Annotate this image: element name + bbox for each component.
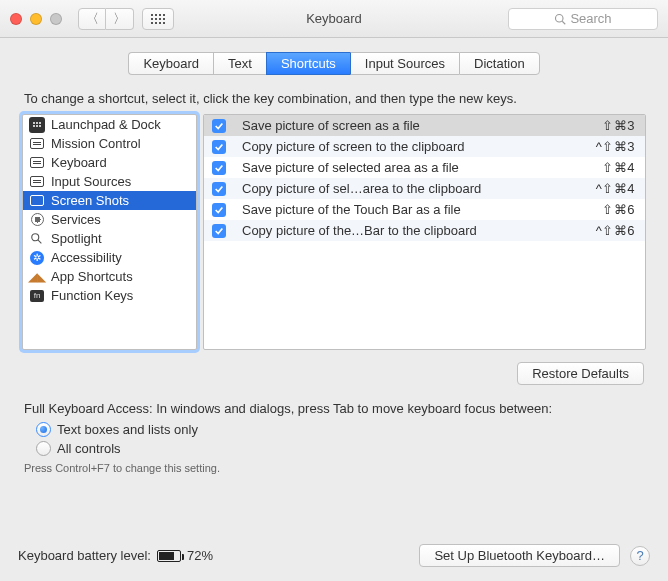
category-app-shortcuts[interactable]: ◢◣ App Shortcuts: [23, 267, 196, 286]
shortcut-row[interactable]: Copy picture of the…Bar to the clipboard…: [204, 220, 645, 241]
tab-dictation[interactable]: Dictation: [459, 52, 540, 75]
shortcut-checkbox[interactable]: [212, 119, 226, 133]
radio-label: All controls: [57, 441, 121, 456]
shortcut-keys[interactable]: ⇧⌘6: [602, 202, 635, 217]
content: Keyboard Text Shortcuts Input Sources Di…: [0, 38, 668, 484]
screen-shots-icon: [29, 193, 45, 209]
shortcut-row[interactable]: Save picture of selected area as a file …: [204, 157, 645, 178]
battery-percent: 72%: [187, 548, 213, 563]
window-controls: [10, 13, 62, 25]
shortcut-label: Copy picture of the…Bar to the clipboard: [236, 223, 596, 238]
shortcut-label: Save picture of the Touch Bar as a file: [236, 202, 602, 217]
close-window-button[interactable]: [10, 13, 22, 25]
category-label: Function Keys: [51, 288, 133, 303]
accessibility-icon: ✲: [29, 250, 45, 266]
category-accessibility[interactable]: ✲ Accessibility: [23, 248, 196, 267]
shortcut-row[interactable]: Save picture of screen as a file ⇧⌘3: [204, 115, 645, 136]
shortcut-row[interactable]: Save picture of the Touch Bar as a file …: [204, 199, 645, 220]
tab-input-sources[interactable]: Input Sources: [350, 52, 459, 75]
search-input[interactable]: Search: [508, 8, 658, 30]
category-function-keys[interactable]: fn Function Keys: [23, 286, 196, 305]
titlebar: 〈 〉 Keyboard Search: [0, 0, 668, 38]
function-keys-icon: fn: [29, 288, 45, 304]
shortcut-label: Copy picture of sel…area to the clipboar…: [236, 181, 596, 196]
category-mission-control[interactable]: Mission Control: [23, 134, 196, 153]
radio-text-boxes-only[interactable]: Text boxes and lists only: [36, 422, 650, 437]
shortcut-hint-text: Press Control+F7 to change this setting.: [24, 462, 644, 474]
category-label: Keyboard: [51, 155, 107, 170]
shortcut-checkbox[interactable]: [212, 224, 226, 238]
setup-bluetooth-keyboard-button[interactable]: Set Up Bluetooth Keyboard…: [419, 544, 620, 567]
category-spotlight[interactable]: Spotlight: [23, 229, 196, 248]
category-keyboard[interactable]: Keyboard: [23, 153, 196, 172]
tab-bar: Keyboard Text Shortcuts Input Sources Di…: [18, 52, 650, 75]
app-shortcuts-icon: ◢◣: [29, 269, 45, 285]
shortcut-keys[interactable]: ⇧⌘3: [602, 118, 635, 133]
shortcut-checkbox[interactable]: [212, 182, 226, 196]
svg-line-1: [563, 21, 566, 24]
keyboard-icon: [29, 155, 45, 171]
category-label: App Shortcuts: [51, 269, 133, 284]
spotlight-icon: [29, 231, 45, 247]
tab-text[interactable]: Text: [213, 52, 266, 75]
category-label: Launchpad & Dock: [51, 117, 161, 132]
shortcut-keys[interactable]: ^⇧⌘6: [596, 223, 635, 238]
battery-label: Keyboard battery level:: [18, 548, 151, 563]
radio-label: Text boxes and lists only: [57, 422, 198, 437]
show-all-prefs-button[interactable]: [142, 8, 174, 30]
restore-defaults-button[interactable]: Restore Defaults: [517, 362, 644, 385]
shortcut-keys[interactable]: ^⇧⌘4: [596, 181, 635, 196]
shortcut-label: Save picture of selected area as a file: [236, 160, 602, 175]
back-button[interactable]: 〈: [78, 8, 106, 30]
svg-point-2: [32, 233, 39, 240]
category-launchpad[interactable]: Launchpad & Dock: [23, 115, 196, 134]
shortcut-row[interactable]: Copy picture of screen to the clipboard …: [204, 136, 645, 157]
minimize-window-button[interactable]: [30, 13, 42, 25]
services-icon: [29, 212, 45, 228]
footer: Keyboard battery level: 72% Set Up Bluet…: [0, 534, 668, 581]
shortcut-checkbox[interactable]: [212, 203, 226, 217]
radio-all-controls[interactable]: All controls: [36, 441, 650, 456]
battery-icon: [157, 550, 181, 562]
category-label: Screen Shots: [51, 193, 129, 208]
category-label: Accessibility: [51, 250, 122, 265]
shortcut-checkbox[interactable]: [212, 140, 226, 154]
forward-button[interactable]: 〉: [106, 8, 134, 30]
category-list[interactable]: Launchpad & Dock Mission Control Keyboar…: [22, 114, 197, 350]
tab-keyboard[interactable]: Keyboard: [128, 52, 213, 75]
search-placeholder: Search: [570, 11, 611, 26]
radio-button-icon: [36, 441, 51, 456]
category-input-sources[interactable]: Input Sources: [23, 172, 196, 191]
battery-status: Keyboard battery level: 72%: [18, 548, 213, 563]
shortcut-row[interactable]: Copy picture of sel…area to the clipboar…: [204, 178, 645, 199]
radio-button-icon: [36, 422, 51, 437]
launchpad-icon: [29, 117, 45, 133]
category-label: Services: [51, 212, 101, 227]
svg-line-3: [38, 239, 42, 243]
category-screen-shots[interactable]: Screen Shots: [23, 191, 196, 210]
input-sources-icon: [29, 174, 45, 190]
help-button[interactable]: ?: [630, 546, 650, 566]
zoom-window-button[interactable]: [50, 13, 62, 25]
shortcut-keys[interactable]: ⇧⌘4: [602, 160, 635, 175]
shortcut-list[interactable]: Save picture of screen as a file ⇧⌘3 Cop…: [203, 114, 646, 350]
full-keyboard-access-text: Full Keyboard Access: In windows and dia…: [24, 401, 644, 416]
category-label: Input Sources: [51, 174, 131, 189]
instruction-text: To change a shortcut, select it, click t…: [24, 91, 644, 106]
svg-point-0: [556, 14, 564, 22]
shortcut-label: Copy picture of screen to the clipboard: [236, 139, 596, 154]
tab-shortcuts[interactable]: Shortcuts: [266, 52, 350, 75]
category-label: Spotlight: [51, 231, 102, 246]
category-label: Mission Control: [51, 136, 141, 151]
shortcut-label: Save picture of screen as a file: [236, 118, 602, 133]
mission-control-icon: [29, 136, 45, 152]
shortcut-keys[interactable]: ^⇧⌘3: [596, 139, 635, 154]
search-icon: [554, 13, 566, 25]
category-services[interactable]: Services: [23, 210, 196, 229]
nav-buttons: 〈 〉: [78, 8, 134, 30]
shortcut-checkbox[interactable]: [212, 161, 226, 175]
